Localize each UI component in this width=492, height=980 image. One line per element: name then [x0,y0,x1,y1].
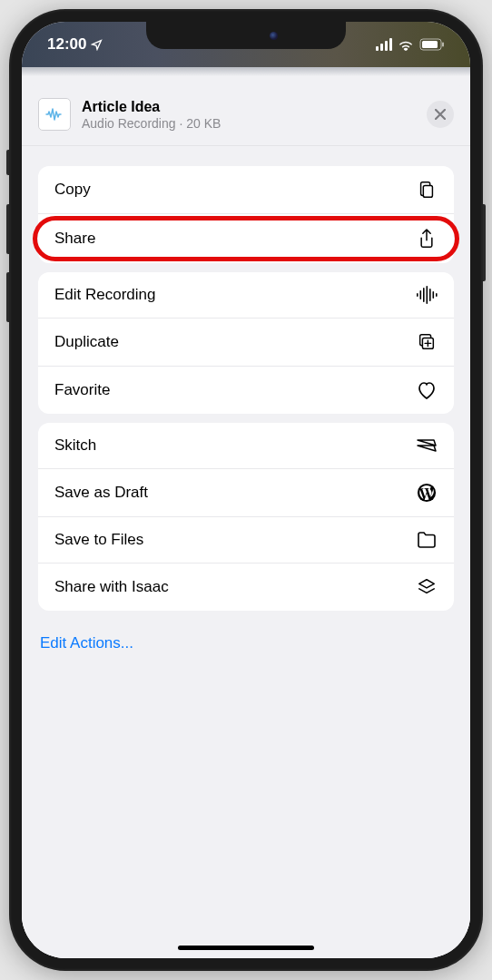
action-label: Edit Recording [54,286,156,304]
svg-rect-8 [429,289,431,301]
copy-icon [416,180,438,200]
battery-icon [419,38,445,51]
phone-frame: 12:00 Artic [9,9,483,971]
action-group: CopyShare [38,166,454,263]
action-label: Skitch [54,436,96,455]
svg-rect-10 [436,293,438,297]
action-label: Copy [54,181,91,199]
sheet-header: Article Idea Audio Recording · 20 KB [22,85,470,146]
time-text: 12:00 [47,35,86,54]
skitch-icon [416,437,438,454]
highlight-annotation [33,216,459,261]
save-to-files-row[interactable]: Save to Files [38,517,454,564]
cellular-signal-icon [376,38,392,51]
waveform-icon [416,286,438,304]
action-group: Edit RecordingDuplicateFavorite [38,272,454,414]
svg-rect-6 [423,288,425,302]
duplicate-row[interactable]: Duplicate [38,318,454,367]
action-label: Save to Files [54,531,143,549]
svg-rect-3 [423,185,432,197]
action-group: SkitchSave as DraftSave to FilesShare wi… [38,423,454,611]
favorite-row[interactable]: Favorite [38,367,454,414]
close-button[interactable] [427,101,454,128]
wordpress-icon [416,483,438,503]
share-with-isaac-row[interactable]: Share with Isaac [38,564,454,611]
action-label: Favorite [54,381,110,399]
stack-icon [416,577,438,597]
status-time: 12:00 [47,35,103,54]
share-sheet: Article Idea Audio Recording · 20 KB Cop… [22,85,470,958]
action-label: Save as Draft [54,484,148,502]
svg-rect-9 [433,291,435,299]
file-subtitle: Audio Recording · 20 KB [82,116,427,131]
edit-actions-link[interactable]: Edit Actions... [38,620,454,667]
heart-icon [416,380,438,400]
home-indicator[interactable] [178,946,314,950]
svg-rect-7 [427,286,428,304]
share-row[interactable]: Share [38,214,454,263]
svg-rect-1 [422,41,438,48]
action-label: Share with Isaac [54,578,169,596]
notch [146,22,346,49]
action-label: Share [54,230,95,248]
file-title: Article Idea [82,99,427,115]
skitch-row[interactable]: Skitch [38,423,454,469]
duplicate-icon [416,332,438,352]
screen: 12:00 Artic [22,22,470,958]
svg-rect-5 [420,290,422,299]
svg-rect-2 [442,43,444,47]
audio-waveform-icon [45,108,64,121]
svg-rect-4 [417,293,418,297]
save-as-draft-row[interactable]: Save as Draft [38,469,454,517]
copy-row[interactable]: Copy [38,166,454,214]
folder-icon [416,531,438,549]
location-icon [91,39,103,51]
edit-recording-row[interactable]: Edit Recording [38,272,454,318]
file-thumbnail [38,98,71,131]
action-label: Duplicate [54,333,119,351]
sheet-body: CopyShareEdit RecordingDuplicateFavorite… [22,146,470,667]
share-icon [416,228,438,250]
close-icon [435,109,446,120]
wifi-icon [398,38,414,51]
